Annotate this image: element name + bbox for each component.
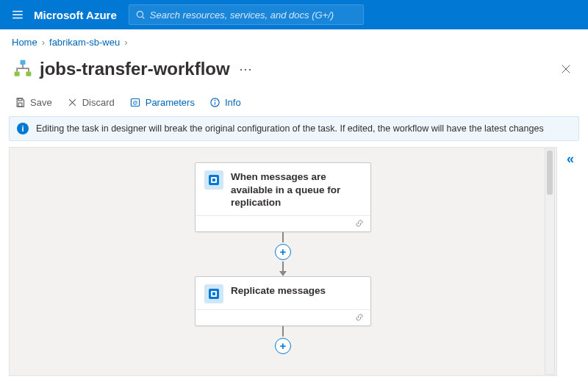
add-step-button[interactable]: +: [275, 338, 291, 354]
breadcrumb-parent[interactable]: fabrikam-sb-weu: [49, 37, 120, 48]
save-button[interactable]: Save: [9, 94, 58, 111]
svg-rect-5: [21, 60, 26, 65]
designer-canvas[interactable]: When messages are available in a queue f…: [9, 147, 557, 376]
add-step-button[interactable]: +: [275, 244, 291, 260]
link-icon: [354, 219, 365, 228]
more-actions-button[interactable]: ⋯: [239, 61, 252, 77]
chevron-right-icon: ›: [42, 37, 45, 48]
svg-line-4: [142, 17, 144, 19]
global-search[interactable]: [129, 4, 364, 25]
chevron-right-icon: ›: [124, 37, 127, 48]
svg-rect-10: [18, 98, 22, 101]
breadcrumb-home[interactable]: Home: [12, 37, 37, 48]
azure-top-bar: Microsoft Azure: [0, 0, 588, 29]
svg-rect-7: [26, 72, 31, 76]
arrow-down-icon: [279, 271, 287, 276]
connector-end: +: [275, 326, 291, 356]
parameters-icon: @: [129, 97, 141, 108]
banner-text: Editing the task in designer will break …: [36, 123, 544, 134]
scrollbar-thumb[interactable]: [547, 151, 553, 195]
breadcrumb: Home › fabrikam-sb-weu ›: [0, 29, 588, 54]
action-title: Replicate messages: [231, 284, 326, 303]
svg-text:@: @: [132, 100, 137, 105]
workflow-trigger-card[interactable]: When messages are available in a queue f…: [195, 162, 371, 232]
workflow-action-card[interactable]: Replicate messages: [195, 276, 371, 326]
discard-icon: [67, 97, 78, 108]
collapse-panel-button[interactable]: «: [562, 151, 579, 167]
parameters-button[interactable]: @ Parameters: [123, 94, 201, 111]
info-button[interactable]: Info: [204, 94, 247, 111]
page-header: jobs-transfer-workflow ⋯: [0, 54, 588, 88]
designer-canvas-wrap: When messages are available in a queue f…: [9, 147, 579, 376]
close-icon: [560, 63, 572, 75]
svg-rect-11: [18, 103, 22, 107]
service-bus-icon: [204, 170, 223, 190]
close-blade-button[interactable]: [556, 59, 576, 79]
connector: +: [275, 232, 291, 276]
discard-button[interactable]: Discard: [61, 94, 121, 111]
logic-app-icon: [12, 58, 34, 80]
page-title: jobs-transfer-workflow: [40, 59, 230, 79]
info-icon: i: [17, 123, 29, 134]
trigger-title: When messages are available in a queue f…: [231, 170, 362, 209]
svg-rect-6: [15, 72, 20, 76]
scrollbar[interactable]: [545, 148, 555, 375]
save-icon: [15, 97, 26, 108]
search-icon: [135, 10, 146, 20]
svg-point-3: [137, 11, 143, 17]
search-input[interactable]: [150, 10, 357, 21]
svg-point-18: [215, 100, 215, 101]
service-bus-icon: [204, 284, 223, 303]
info-banner: i Editing the task in designer will brea…: [9, 116, 579, 141]
hamburger-menu-icon[interactable]: [6, 3, 29, 26]
link-icon: [354, 313, 365, 322]
brand-title: Microsoft Azure: [34, 9, 117, 21]
designer-toolbar: Save Discard @ Parameters Info: [0, 88, 588, 116]
info-icon: [209, 97, 220, 108]
